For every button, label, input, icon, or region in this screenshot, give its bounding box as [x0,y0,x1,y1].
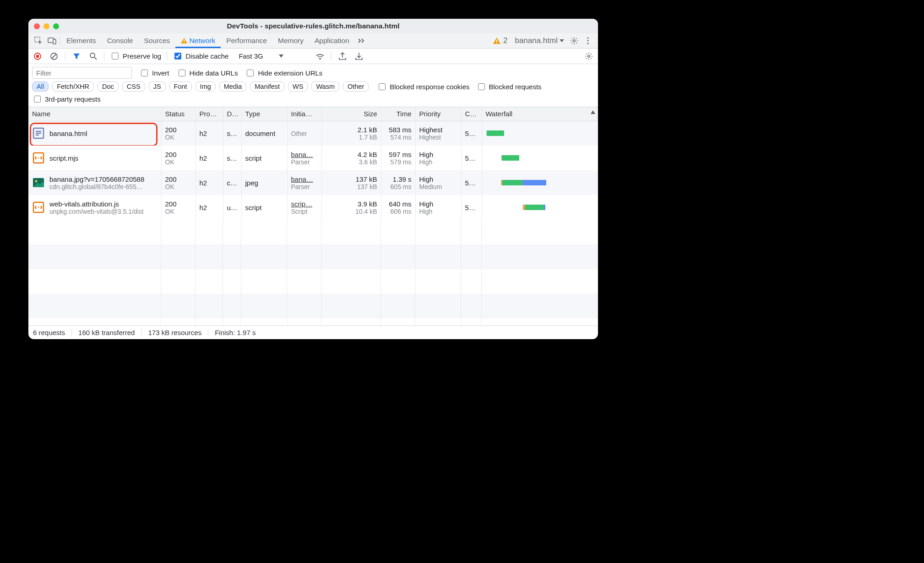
col-time[interactable]: Time [381,107,415,121]
target-context-selector[interactable]: banana.html [512,36,567,45]
status-text: OK [165,158,192,166]
initiator-link[interactable]: bana… [291,151,313,158]
col-type[interactable]: Type [241,107,287,121]
kebab-menu-icon[interactable] [582,34,594,47]
search-icon[interactable] [87,51,98,62]
initiator-type: Parser [291,183,318,190]
throttling-label: Fast 3G [239,52,263,60]
initiator-type: Script [291,208,318,215]
type-pill-other[interactable]: Other [343,81,369,92]
initiator-link[interactable]: bana… [291,175,313,183]
type-pill-img[interactable]: Img [196,81,216,92]
device-toolbar-icon[interactable] [46,34,59,47]
throttling-selector[interactable]: Fast 3G [234,51,309,61]
request-path: cdn.glitch.global/87b4c0fe-655… [49,183,144,190]
priority: High [419,200,434,208]
type-pill-manifest[interactable]: Manifest [250,81,284,92]
invert-checkbox[interactable]: Invert [139,68,169,78]
main-tab-memory[interactable]: Memory [272,34,309,48]
col-connection[interactable]: C… [461,107,482,121]
type-pill-doc[interactable]: Doc [98,81,119,92]
main-tab-performance[interactable]: Performance [221,34,272,48]
svg-rect-2 [53,39,56,44]
warning-icon [493,38,500,44]
initiator-link[interactable]: scrip… [291,200,313,208]
size-raw: 1.7 kB [326,134,377,141]
size: 4.2 kB [358,151,377,158]
table-row[interactable]: banana.html200OKh2sp…documentOther2.1 kB… [28,121,598,146]
svg-point-7 [573,40,575,42]
request-name: web-vitals.attribution.js [49,200,144,208]
svg-point-28 [38,207,39,208]
record-button[interactable] [32,51,43,62]
panel-settings-gear-icon[interactable] [583,51,594,62]
type-pill-font[interactable]: Font [169,81,192,92]
clear-button[interactable] [49,51,60,62]
preserve-log-label: Preserve log [123,52,161,60]
preserve-log-checkbox[interactable]: Preserve log [110,51,161,61]
export-har-icon[interactable] [337,51,348,62]
hide-data-urls-label: Hide data URLs [190,69,238,77]
filter-icon[interactable] [71,51,82,62]
col-domain[interactable]: D… [223,107,241,121]
blocked-response-cookies-checkbox[interactable]: Blocked response cookies [377,82,469,92]
waterfall-bar [486,203,595,211]
status-text: OK [165,134,192,141]
disable-cache-checkbox[interactable]: Disable cache [173,51,228,61]
inspect-element-icon[interactable] [32,34,45,47]
type-pill-css[interactable]: CSS [122,81,145,92]
svg-point-9 [587,40,588,41]
settings-gear-icon[interactable] [568,34,581,47]
hide-extension-urls-checkbox[interactable]: Hide extension URLs [245,68,322,78]
warnings-indicator[interactable]: 2 [489,36,511,45]
network-toolbar: Preserve log Disable cache Fast 3G [28,49,598,64]
main-tab-network[interactable]: Network [175,34,221,48]
status-resources: 173 kB resources [148,329,201,336]
domain: sp… [223,146,241,170]
import-har-icon[interactable] [353,51,364,62]
status-code: 200 [165,126,177,134]
col-name[interactable]: Name [28,107,161,121]
chevron-down-icon [279,54,306,59]
type-pill-fetchxhr[interactable]: Fetch/XHR [52,81,94,92]
type-pill-all[interactable]: All [32,81,49,92]
domain: un… [223,195,241,220]
sort-asc-icon [591,110,595,114]
time: 640 ms [389,200,411,208]
type-pill-ws[interactable]: WS [288,81,308,92]
warning-icon [181,38,187,43]
col-priority[interactable]: Priority [415,107,461,121]
main-tab-elements[interactable]: Elements [61,34,102,48]
status-requests: 6 requests [33,329,65,336]
filter-input[interactable] [32,67,132,79]
third-party-checkbox[interactable]: 3rd-party requests [32,94,101,104]
type: document [241,121,287,146]
table-row[interactable]: script.mjs200OKh2sp…scriptbana…Parser4.2… [28,146,598,170]
img-file-icon [32,176,45,189]
request-path: unpkg.com/web-vitals@3.5.1/dist [49,208,144,215]
hide-data-urls-checkbox[interactable]: Hide data URLs [177,68,238,78]
type-pill-js[interactable]: JS [149,81,166,92]
col-size[interactable]: Size [321,107,381,121]
col-status[interactable]: Status [161,107,196,121]
more-tabs-chevron-icon[interactable] [356,34,369,47]
main-tab-application[interactable]: Application [309,34,355,48]
col-initiator[interactable]: Initia… [287,107,321,121]
table-row[interactable]: banana.jpg?v=1705668720588cdn.glitch.glo… [28,170,598,195]
type: script [241,195,287,220]
main-tab-sources[interactable]: Sources [139,34,176,48]
table-row[interactable]: web-vitals.attribution.jsunpkg.com/web-v… [28,195,598,220]
warnings-count: 2 [503,36,507,45]
col-protocol[interactable]: Pro… [196,107,223,121]
table-empty-area [28,220,598,325]
blocked-requests-checkbox[interactable]: Blocked requests [476,82,542,92]
time: 583 ms [389,126,411,134]
type-pill-wasm[interactable]: Wasm [311,81,339,92]
svg-point-17 [320,59,321,60]
type-pill-media[interactable]: Media [219,81,247,92]
col-waterfall[interactable]: Waterfall [482,107,598,121]
main-tab-console[interactable]: Console [102,34,139,48]
network-conditions-icon[interactable] [315,51,326,62]
blocked-response-cookies-checkbox-label: Blocked response cookies [390,83,469,91]
priority-initial: High [419,158,457,166]
